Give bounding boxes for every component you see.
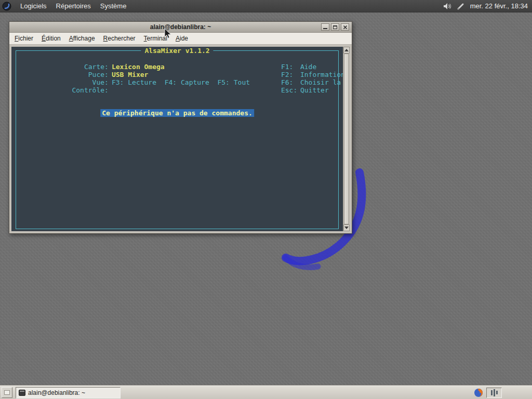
panel-tray: mer. 22 févr., 18:34: [443, 2, 532, 10]
applet-bar-icon: [494, 389, 495, 396]
chip-value: USB Mixer: [112, 71, 148, 78]
terminal-frame: AlsaMixer v1.1.2 Carte:Lexicon Omega Puc…: [10, 45, 351, 233]
menu-aide[interactable]: Aide: [171, 33, 192, 44]
volume-icon[interactable]: [443, 2, 451, 10]
menu-repertoires[interactable]: Répertoires: [51, 0, 96, 12]
bottom-taskbar: alain@debianlibra: ~: [0, 385, 532, 399]
chip-label: Puce:: [65, 71, 109, 78]
arrow-down-icon: [344, 227, 349, 229]
mouse-cursor: [164, 28, 172, 39]
terminal-scrollbar[interactable]: [343, 47, 350, 231]
task-button-terminal[interactable]: alain@debianlibra: ~: [16, 387, 121, 398]
maximize-icon: [333, 25, 337, 29]
scroll-down-button[interactable]: [343, 224, 350, 231]
window-controls: [321, 23, 349, 31]
minimize-button[interactable]: [321, 23, 329, 31]
close-icon: [343, 25, 348, 30]
terminal-window: alain@debianlibra: ~ Fichier Édition Aff…: [9, 21, 352, 234]
menu-rechercher[interactable]: Rechercher: [99, 33, 140, 44]
card-label: Carte:: [65, 63, 109, 71]
show-desktop-icon: [4, 390, 10, 395]
menu-affichage[interactable]: Affichage: [65, 33, 99, 44]
card-row: Carte:Lexicon Omega: [16, 55, 250, 63]
no-controls-message: Ce périphérique n'a pas de commandes.: [100, 109, 254, 117]
show-desktop-button[interactable]: [2, 387, 12, 398]
control-label: Contrôle:: [65, 86, 109, 94]
pen-tool-icon[interactable]: [457, 2, 465, 10]
tray-applet[interactable]: [486, 388, 502, 398]
view-value: F3: Lecture F4: Capture F5: Tout: [112, 78, 250, 86]
alsamixer-info: Carte:Lexicon Omega Puce:USB Mixer Vue:F…: [16, 55, 250, 86]
firefox-icon[interactable]: [474, 388, 483, 397]
alsamixer-keys: F1:Aide F2:Informations Système F6:Chois…: [232, 55, 343, 86]
alsamixer-box: AlsaMixer v1.1.2 Carte:Lexicon Omega Puc…: [16, 50, 339, 229]
close-button[interactable]: [341, 23, 349, 31]
view-label: Vue:: [65, 78, 109, 86]
arrow-up-icon: [344, 49, 349, 51]
terminal-screen[interactable]: AlsaMixer v1.1.2 Carte:Lexicon Omega Puc…: [11, 47, 343, 231]
applications-menu-icon[interactable]: [2, 2, 11, 11]
card-value: Lexicon Omega: [112, 63, 165, 71]
maximize-button[interactable]: [331, 23, 339, 31]
terminal-menubar: Fichier Édition Affichage Rechercher Ter…: [9, 33, 352, 45]
window-titlebar[interactable]: alain@debianlibra: ~: [9, 22, 352, 33]
key-row-f1: F1:Aide: [232, 55, 343, 63]
menu-systeme[interactable]: Système: [96, 0, 131, 12]
scrollbar-thumb[interactable]: [344, 54, 349, 224]
menu-fichier[interactable]: Fichier: [10, 33, 37, 44]
task-button-label: alain@debianlibra: ~: [28, 389, 85, 396]
clock[interactable]: mer. 22 févr., 18:34: [470, 2, 528, 10]
minimize-icon: [323, 28, 327, 29]
top-panel: Logiciels Répertoires Système mer. 22 fé…: [0, 0, 532, 12]
window-title: alain@debianlibra: ~: [150, 23, 211, 31]
terminal-icon: [19, 390, 25, 396]
menu-edition[interactable]: Édition: [37, 33, 65, 44]
applet-bar-icon: [496, 391, 498, 394]
alsamixer-title: AlsaMixer v1.1.2: [141, 47, 213, 55]
taskbar-tray: [474, 388, 532, 398]
scroll-up-button[interactable]: [343, 47, 350, 54]
applet-bar-icon: [491, 390, 493, 395]
menu-logiciels[interactable]: Logiciels: [16, 0, 51, 12]
desktop: { "top_panel": { "menus": ["Logiciels", …: [0, 0, 532, 399]
